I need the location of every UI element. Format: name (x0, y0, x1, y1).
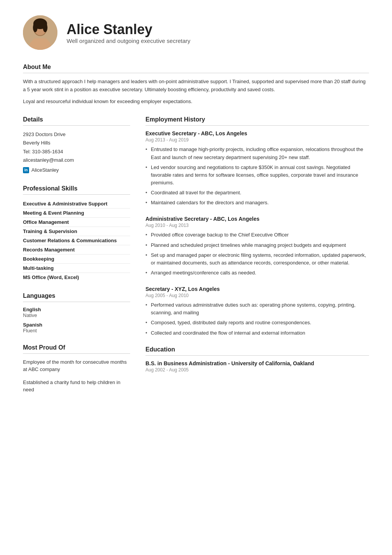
avatar (23, 15, 57, 50)
skills-title: Professional Skills (23, 185, 130, 195)
skill-item: Multi-tasking (23, 264, 130, 273)
skills-section: Professional Skills Executive & Administ… (23, 185, 130, 282)
jobs-list: Executive Secretary - ABC, Los AngelesAu… (145, 130, 369, 337)
proud-title: Most Proud Of (23, 344, 130, 354)
skills-list: Executive & Administrative SupportMeetin… (23, 199, 130, 282)
job-title: Secretary - XYZ, Los Angeles (145, 286, 369, 292)
job-bullet: Arranged meetings/conference calls as ne… (145, 269, 369, 277)
svg-point-5 (43, 23, 47, 32)
education-list: B.S. in Business Administration - Univer… (145, 360, 369, 373)
language-item: SpanishFluent (23, 322, 130, 333)
skill-item: Meeting & Event Planning (23, 209, 130, 218)
details-title: Details (23, 116, 130, 126)
languages-section: Languages EnglishNativeSpanishFluent (23, 292, 130, 333)
linkedin-handle: AliceStanley (31, 166, 59, 174)
proud-item: Employee of the month for consecutive mo… (23, 358, 130, 373)
address2: Beverly Hills (23, 139, 130, 147)
proud-list: Employee of the month for consecutive mo… (23, 358, 130, 394)
skill-item: Bookkeeping (23, 255, 130, 264)
about-section: About Me With a structured approach I he… (23, 64, 369, 105)
job-dates: Aug 2005 - Aug 2010 (145, 293, 369, 298)
full-name: Alice Stanley (67, 21, 190, 38)
job-block: Executive Secretary - ABC, Los AngelesAu… (145, 130, 369, 207)
job-title: Executive Secretary - ABC, Los Angeles (145, 130, 369, 136)
job-bullet: Composed, typed, distributed daily repor… (145, 319, 369, 327)
education-section: Education B.S. in Business Administratio… (145, 346, 369, 373)
about-para1: With a structured approach I help manage… (23, 78, 369, 94)
proud-section: Most Proud Of Employee of the month for … (23, 344, 130, 394)
job-block: Administrative Secretary - ABC, Los Ange… (145, 216, 369, 277)
job-title: Administrative Secretary - ABC, Los Ange… (145, 216, 369, 222)
svg-rect-7 (33, 38, 48, 50)
job-bullet: Collected and coordinated the flow of in… (145, 329, 369, 337)
job-bullet: Provided office coverage backup to the C… (145, 231, 369, 239)
linkedin-row: in AliceStanley (23, 166, 130, 174)
job-bullet: Planned and scheduled project timelines … (145, 241, 369, 249)
address1: 2923 Doctors Drive (23, 130, 130, 139)
details-section: Details 2923 Doctors Drive Beverly Hills… (23, 116, 130, 174)
languages-title: Languages (23, 292, 130, 302)
edu-title: B.S. in Business Administration - Univer… (145, 360, 369, 366)
job-dates: Aug 2013 - Aug 2019 (145, 137, 369, 143)
right-column: Employment History Executive Secretary -… (145, 116, 369, 404)
job-bullets: Entrusted to manage high-priority projec… (145, 146, 369, 207)
header-text: Alice Stanley Well organized and outgoin… (67, 21, 190, 44)
edu-dates: Aug 2002 - Aug 2005 (145, 367, 369, 373)
job-bullet: Entrusted to manage high-priority projec… (145, 146, 369, 161)
language-item: EnglishNative (23, 307, 130, 318)
skill-item: Customer Relations & Communications (23, 236, 130, 245)
lang-name: English (23, 307, 130, 312)
job-bullet: Led vendor sourcing and negotiations to … (145, 164, 369, 187)
employment-title: Employment History (145, 116, 369, 126)
job-block: Secretary - XYZ, Los AngelesAug 2005 - A… (145, 286, 369, 337)
skill-item: Records Management (23, 245, 130, 255)
job-bullet: Performed various administrative duties … (145, 301, 369, 317)
lang-level: Fluent (23, 328, 130, 333)
telephone: Tel: 310-385-1634 (23, 148, 130, 156)
email: alicestanley@mail.com (23, 156, 130, 164)
job-bullets: Performed various administrative duties … (145, 301, 369, 337)
education-title: Education (145, 346, 369, 356)
lang-level: Native (23, 312, 130, 318)
linkedin-icon: in (23, 167, 29, 173)
skill-item: Office Management (23, 218, 130, 227)
about-para2: Loyal and resourceful individual known f… (23, 98, 369, 106)
skill-item: Training & Supervision (23, 227, 130, 236)
two-col-layout: Details 2923 Doctors Drive Beverly Hills… (23, 116, 369, 404)
proud-item: Established a charity fund to help child… (23, 379, 130, 394)
employment-section: Employment History Executive Secretary -… (145, 116, 369, 337)
job-bullet: Coordinated all travel for the departmen… (145, 189, 369, 197)
skill-item: Executive & Administrative Support (23, 199, 130, 209)
skill-item: MS Office (Word, Excel) (23, 273, 130, 282)
about-title: About Me (23, 64, 369, 73)
lang-name: Spanish (23, 322, 130, 328)
job-bullet: Set up and managed paper or electronic f… (145, 251, 369, 267)
left-column: Details 2923 Doctors Drive Beverly Hills… (23, 116, 130, 404)
svg-point-4 (33, 23, 38, 32)
languages-list: EnglishNativeSpanishFluent (23, 307, 130, 333)
job-dates: Aug 2010 - Aug 2013 (145, 223, 369, 228)
edu-block: B.S. in Business Administration - Univer… (145, 360, 369, 373)
job-bullets: Provided office coverage backup to the C… (145, 231, 369, 277)
job-bullet: Maintained calendars for the directors a… (145, 199, 369, 207)
job-title-header: Well organized and outgoing executive se… (67, 38, 190, 44)
resume-header: Alice Stanley Well organized and outgoin… (23, 15, 369, 50)
